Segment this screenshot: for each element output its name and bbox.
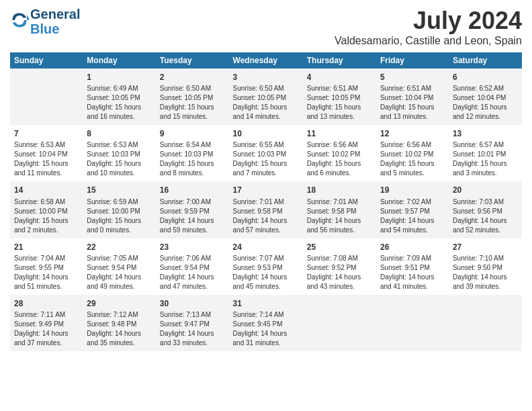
day-info: Sunrise: 7:07 AM Sunset: 9:53 PM Dayligh…: [233, 254, 299, 291]
col-header-monday: Monday: [83, 52, 156, 68]
day-number: 19: [380, 185, 445, 195]
day-number: 12: [380, 128, 445, 139]
day-info: Sunrise: 6:51 AM Sunset: 10:04 PM Daylig…: [380, 84, 445, 122]
calendar-cell: [303, 295, 376, 351]
calendar-cell: [376, 295, 449, 351]
page-header: General Blue July 2024 Valdesamario, Cas…: [10, 7, 522, 47]
calendar-cell: 16Sunrise: 7:00 AM Sunset: 9:59 PM Dayli…: [156, 181, 229, 238]
col-header-friday: Friday: [376, 52, 449, 68]
day-number: 26: [380, 242, 445, 253]
day-info: Sunrise: 6:57 AM Sunset: 10:01 PM Daylig…: [453, 140, 518, 178]
calendar-week-3: 14Sunrise: 6:58 AM Sunset: 10:00 PM Dayl…: [10, 181, 522, 238]
calendar-week-2: 7Sunrise: 6:53 AM Sunset: 10:04 PM Dayli…: [10, 125, 522, 181]
day-number: 9: [160, 128, 225, 139]
day-info: Sunrise: 6:53 AM Sunset: 10:03 PM Daylig…: [87, 140, 152, 178]
day-info: Sunrise: 7:00 AM Sunset: 9:59 PM Dayligh…: [160, 197, 225, 235]
logo-icon: [10, 11, 29, 30]
col-header-saturday: Saturday: [449, 52, 522, 68]
calendar-cell: 12Sunrise: 6:56 AM Sunset: 10:02 PM Dayl…: [376, 125, 449, 181]
calendar-cell: 24Sunrise: 7:07 AM Sunset: 9:53 PM Dayli…: [229, 238, 303, 295]
calendar-week-4: 21Sunrise: 7:04 AM Sunset: 9:55 PM Dayli…: [10, 238, 522, 295]
day-number: 22: [87, 242, 152, 253]
day-info: Sunrise: 7:01 AM Sunset: 9:58 PM Dayligh…: [233, 197, 299, 235]
day-number: 5: [380, 72, 445, 83]
calendar-cell: [449, 295, 522, 351]
day-info: Sunrise: 7:13 AM Sunset: 9:47 PM Dayligh…: [160, 310, 225, 348]
col-header-wednesday: Wednesday: [229, 52, 303, 68]
day-info: Sunrise: 6:56 AM Sunset: 10:02 PM Daylig…: [380, 140, 445, 178]
calendar-cell: 9Sunrise: 6:54 AM Sunset: 10:03 PM Dayli…: [156, 125, 229, 181]
calendar-cell: 11Sunrise: 6:56 AM Sunset: 10:02 PM Dayl…: [303, 125, 376, 181]
day-number: 2: [160, 72, 225, 83]
col-header-tuesday: Tuesday: [156, 52, 229, 68]
col-header-sunday: Sunday: [10, 52, 83, 68]
day-number: 31: [233, 298, 299, 309]
day-info: Sunrise: 7:02 AM Sunset: 9:57 PM Dayligh…: [380, 197, 445, 235]
day-info: Sunrise: 7:09 AM Sunset: 9:51 PM Dayligh…: [380, 254, 445, 291]
day-info: Sunrise: 7:10 AM Sunset: 9:50 PM Dayligh…: [453, 254, 518, 291]
calendar-cell: 25Sunrise: 7:08 AM Sunset: 9:52 PM Dayli…: [303, 238, 376, 295]
calendar-cell: 10Sunrise: 6:55 AM Sunset: 10:03 PM Dayl…: [229, 125, 303, 181]
day-number: 10: [233, 128, 299, 139]
day-info: Sunrise: 7:08 AM Sunset: 9:52 PM Dayligh…: [307, 254, 372, 291]
day-info: Sunrise: 7:12 AM Sunset: 9:48 PM Dayligh…: [87, 310, 152, 348]
day-number: 20: [453, 185, 518, 195]
calendar-cell: 27Sunrise: 7:10 AM Sunset: 9:50 PM Dayli…: [449, 238, 522, 295]
calendar-cell: 29Sunrise: 7:12 AM Sunset: 9:48 PM Dayli…: [83, 295, 156, 351]
logo-text-line2: Blue: [30, 21, 80, 36]
day-number: 17: [233, 185, 299, 195]
calendar-cell: 19Sunrise: 7:02 AM Sunset: 9:57 PM Dayli…: [376, 181, 449, 238]
day-number: 21: [14, 242, 79, 253]
calendar-cell: 30Sunrise: 7:13 AM Sunset: 9:47 PM Dayli…: [156, 295, 229, 351]
day-info: Sunrise: 7:11 AM Sunset: 9:49 PM Dayligh…: [14, 310, 79, 348]
day-number: 3: [233, 72, 299, 83]
day-info: Sunrise: 7:05 AM Sunset: 9:54 PM Dayligh…: [87, 254, 152, 291]
day-number: 23: [160, 242, 225, 253]
calendar-cell: 22Sunrise: 7:05 AM Sunset: 9:54 PM Dayli…: [83, 238, 156, 295]
calendar-cell: 28Sunrise: 7:11 AM Sunset: 9:49 PM Dayli…: [10, 295, 83, 351]
title-block: July 2024 Valdesamario, Castille and Leo…: [335, 7, 522, 47]
day-number: 7: [14, 128, 79, 139]
day-number: 4: [307, 72, 372, 83]
calendar-cell: 26Sunrise: 7:09 AM Sunset: 9:51 PM Dayli…: [376, 238, 449, 295]
calendar-cell: 4Sunrise: 6:51 AM Sunset: 10:05 PM Dayli…: [303, 68, 376, 125]
day-info: Sunrise: 6:55 AM Sunset: 10:03 PM Daylig…: [233, 140, 299, 178]
day-info: Sunrise: 6:56 AM Sunset: 10:02 PM Daylig…: [307, 140, 372, 178]
calendar-cell: 18Sunrise: 7:01 AM Sunset: 9:58 PM Dayli…: [303, 181, 376, 238]
day-info: Sunrise: 6:54 AM Sunset: 10:03 PM Daylig…: [160, 140, 225, 178]
day-info: Sunrise: 7:14 AM Sunset: 9:45 PM Dayligh…: [233, 310, 299, 348]
day-info: Sunrise: 6:51 AM Sunset: 10:05 PM Daylig…: [307, 84, 372, 122]
day-number: 6: [453, 72, 518, 83]
calendar-week-1: 1Sunrise: 6:49 AM Sunset: 10:05 PM Dayli…: [10, 68, 522, 125]
day-number: 18: [307, 185, 372, 195]
day-info: Sunrise: 7:01 AM Sunset: 9:58 PM Dayligh…: [307, 197, 372, 235]
day-number: 27: [453, 242, 518, 253]
day-number: 29: [87, 298, 152, 309]
col-header-thursday: Thursday: [303, 52, 376, 68]
calendar-cell: 6Sunrise: 6:52 AM Sunset: 10:04 PM Dayli…: [449, 68, 522, 125]
calendar-cell: 3Sunrise: 6:50 AM Sunset: 10:05 PM Dayli…: [229, 68, 303, 125]
calendar-cell: 20Sunrise: 7:03 AM Sunset: 9:56 PM Dayli…: [449, 181, 522, 238]
logo-text-line1: General: [30, 7, 80, 21]
day-info: Sunrise: 6:50 AM Sunset: 10:05 PM Daylig…: [160, 84, 225, 122]
day-number: 14: [14, 185, 79, 195]
day-info: Sunrise: 6:53 AM Sunset: 10:04 PM Daylig…: [14, 140, 79, 178]
day-info: Sunrise: 6:59 AM Sunset: 10:00 PM Daylig…: [87, 197, 152, 235]
calendar-cell: 14Sunrise: 6:58 AM Sunset: 10:00 PM Dayl…: [10, 181, 83, 238]
calendar-cell: 1Sunrise: 6:49 AM Sunset: 10:05 PM Dayli…: [83, 68, 156, 125]
calendar-cell: 2Sunrise: 6:50 AM Sunset: 10:05 PM Dayli…: [156, 68, 229, 125]
day-info: Sunrise: 6:50 AM Sunset: 10:05 PM Daylig…: [233, 84, 299, 122]
calendar-table: SundayMondayTuesdayWednesdayThursdayFrid…: [10, 52, 522, 351]
day-number: 8: [87, 128, 152, 139]
calendar-cell: 15Sunrise: 6:59 AM Sunset: 10:00 PM Dayl…: [83, 181, 156, 238]
calendar-cell: 8Sunrise: 6:53 AM Sunset: 10:03 PM Dayli…: [83, 125, 156, 181]
day-info: Sunrise: 6:52 AM Sunset: 10:04 PM Daylig…: [453, 84, 518, 122]
calendar-cell: 7Sunrise: 6:53 AM Sunset: 10:04 PM Dayli…: [10, 125, 83, 181]
day-number: 15: [87, 185, 152, 195]
calendar-body: 1Sunrise: 6:49 AM Sunset: 10:05 PM Dayli…: [10, 68, 522, 351]
calendar-header: SundayMondayTuesdayWednesdayThursdayFrid…: [10, 52, 522, 68]
logo: General Blue: [10, 7, 80, 36]
day-info: Sunrise: 6:58 AM Sunset: 10:00 PM Daylig…: [14, 197, 79, 235]
day-number: 1: [87, 72, 152, 83]
day-number: 30: [160, 298, 225, 309]
